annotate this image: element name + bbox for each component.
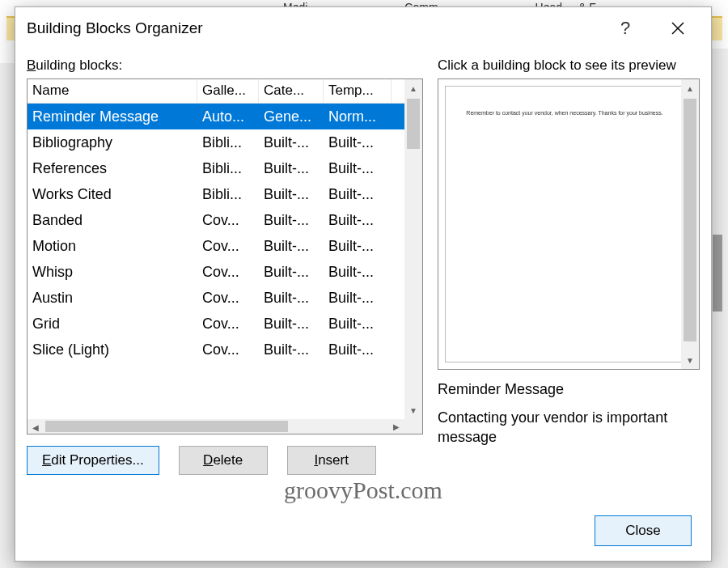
delete-button[interactable]: Delete: [179, 446, 268, 475]
cell-gallery: Cov...: [197, 288, 259, 308]
cell-name: Motion: [28, 236, 197, 256]
help-icon: ?: [620, 18, 630, 39]
cell-name: Banded: [28, 210, 197, 231]
cell-category: Built-...: [259, 184, 324, 205]
preview-pane: Click a building block to see its previe…: [438, 57, 700, 477]
preview-container: Remember to contact your vendor, when ne…: [438, 78, 700, 370]
cell-gallery: Cov...: [197, 210, 259, 231]
btn-accelerator: E: [42, 452, 51, 468]
preview-item-description: Contacting your vendor is important mess…: [438, 408, 700, 447]
cell-category: Built-...: [259, 133, 324, 153]
scroll-right-icon[interactable]: ▶: [388, 419, 404, 434]
background-scrollbar-thumb: [713, 235, 722, 312]
column-header-gallery[interactable]: Galle...: [197, 79, 259, 103]
scroll-down-icon[interactable]: ▼: [681, 351, 699, 369]
preview-page: Remember to contact your vendor, when ne…: [445, 86, 684, 362]
close-button[interactable]: Close: [595, 515, 692, 546]
cell-template: Built-...: [324, 288, 392, 308]
cell-name: Reminder Message: [28, 107, 197, 127]
preview-vertical-scrollbar[interactable]: ▲ ▼: [681, 79, 699, 369]
help-button[interactable]: ?: [601, 9, 650, 48]
dialog-title: Building Blocks Organizer: [27, 19, 601, 37]
cell-template: Built-...: [324, 159, 392, 179]
cell-category: Built-...: [259, 340, 324, 360]
preview-page-text: Remember to contact your vendor, when ne…: [459, 109, 671, 117]
cell-category: Built-...: [259, 262, 324, 282]
cell-gallery: Bibli...: [197, 184, 259, 205]
cell-name: Works Cited: [28, 184, 197, 205]
cell-category: Built-...: [259, 314, 324, 334]
list-item[interactable]: Works CitedBibli...Built-...Built-...: [28, 181, 422, 207]
cell-template: Built-...: [324, 262, 392, 282]
cell-name: References: [28, 159, 197, 179]
scroll-thumb-horizontal[interactable]: [45, 421, 288, 432]
close-window-button[interactable]: [650, 9, 706, 48]
insert-button[interactable]: Insert: [287, 446, 376, 475]
label-rest: uilding blocks:: [36, 57, 122, 73]
list-item[interactable]: WhispCov...Built-...Built-...: [28, 259, 422, 285]
cell-gallery: Cov...: [197, 340, 259, 360]
scroll-thumb[interactable]: [684, 99, 696, 341]
cell-template: Built-...: [324, 236, 392, 256]
cell-gallery: Cov...: [197, 314, 259, 334]
scroll-up-icon[interactable]: ▲: [404, 79, 422, 97]
cell-template: Built-...: [324, 314, 392, 334]
cell-template: Built-...: [324, 184, 392, 205]
cell-name: Slice (Light): [28, 340, 197, 360]
list-item[interactable]: GridCov...Built-...Built-...: [28, 311, 422, 337]
building-blocks-list[interactable]: Name Galle... Cate... Temp... Reminder M…: [27, 78, 423, 434]
cell-gallery: Cov...: [197, 262, 259, 282]
list-item[interactable]: AustinCov...Built-...Built-...: [28, 285, 422, 311]
close-icon: [671, 22, 684, 35]
list-vertical-scrollbar[interactable]: ▲ ▼: [404, 79, 422, 419]
list-item[interactable]: ReferencesBibli...Built-...Built-...: [28, 155, 422, 181]
watermark-text: groovyPost.com: [15, 477, 711, 504]
list-item[interactable]: Slice (Light)Cov...Built-...Built-...: [28, 337, 422, 362]
column-header-name[interactable]: Name: [28, 79, 197, 103]
cell-category: Built-...: [259, 210, 324, 231]
list-item[interactable]: BandedCov...Built-...Built-...: [28, 207, 422, 233]
cell-name: Grid: [28, 314, 197, 334]
btn-label: elete: [213, 452, 243, 468]
building-blocks-organizer-dialog: Building Blocks Organizer ? Building blo…: [15, 6, 712, 562]
cell-template: Norm...: [324, 107, 392, 127]
cell-category: Built-...: [259, 236, 324, 256]
list-body: Reminder MessageAuto...Gene...Norm...Bib…: [28, 104, 422, 434]
btn-label: nsert: [318, 452, 349, 468]
column-header-template[interactable]: Temp...: [324, 79, 392, 103]
list-item[interactable]: Reminder MessageAuto...Gene...Norm...: [28, 104, 422, 129]
label-accelerator: B: [27, 57, 36, 73]
column-header-category[interactable]: Cate...: [259, 79, 324, 103]
cell-category: Built-...: [259, 288, 324, 308]
btn-accelerator: D: [203, 452, 213, 468]
list-column-headers[interactable]: Name Galle... Cate... Temp...: [28, 79, 422, 104]
scroll-left-icon[interactable]: ◀: [28, 421, 44, 435]
building-blocks-label: Building blocks:: [27, 57, 423, 74]
cell-gallery: Bibli...: [197, 133, 259, 153]
cell-category: Built-...: [259, 159, 324, 179]
cell-name: Bibliography: [28, 133, 197, 153]
scroll-thumb[interactable]: [407, 99, 420, 149]
cell-gallery: Auto...: [197, 107, 259, 127]
edit-properties-button[interactable]: Edit Properties...: [27, 446, 159, 475]
preview-label: Click a building block to see its previe…: [438, 57, 700, 74]
scroll-corner: [404, 419, 422, 434]
background-scrollbar: [710, 49, 728, 568]
preview-item-name: Reminder Message: [438, 381, 700, 398]
cell-name: Austin: [28, 288, 197, 308]
dialog-titlebar: Building Blocks Organizer ?: [15, 7, 711, 49]
cell-template: Built-...: [324, 340, 392, 360]
list-item[interactable]: MotionCov...Built-...Built-...: [28, 233, 422, 259]
cell-gallery: Bibli...: [197, 159, 259, 179]
list-horizontal-scrollbar[interactable]: ◀ ▶: [28, 419, 404, 434]
list-item[interactable]: BibliographyBibli...Built-...Built-...: [28, 129, 422, 155]
cell-gallery: Cov...: [197, 236, 259, 256]
cell-category: Gene...: [259, 107, 324, 127]
btn-label: dit Properties...: [51, 452, 143, 468]
cell-name: Whisp: [28, 262, 197, 282]
scroll-up-icon[interactable]: ▲: [681, 79, 699, 97]
building-blocks-list-pane: Building blocks: Name Galle... Cate... T…: [27, 57, 423, 477]
cell-template: Built-...: [324, 210, 392, 231]
cell-template: Built-...: [324, 133, 392, 153]
scroll-down-icon[interactable]: ▼: [404, 401, 422, 419]
